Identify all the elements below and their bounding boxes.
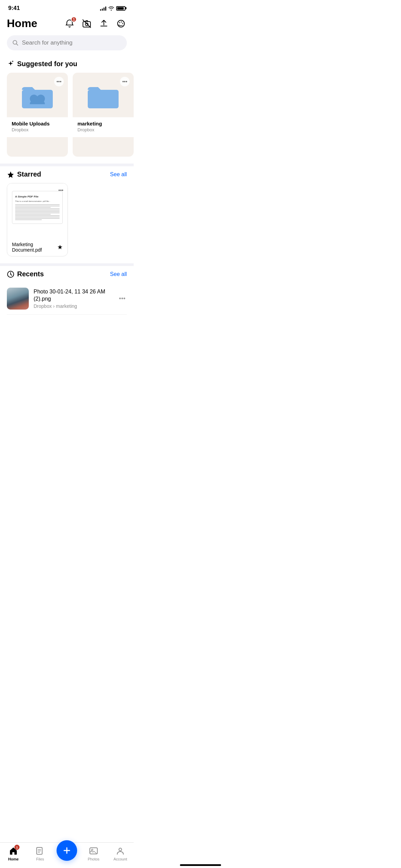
- starred-see-all-button[interactable]: See all: [110, 171, 127, 178]
- signal-bars-icon: [100, 6, 106, 11]
- folder-card-mobile-uploads[interactable]: ••• Mobile Uploads Dropbox: [7, 73, 68, 157]
- file-preview: ••• A Simple PDF File This is a small de…: [7, 183, 68, 238]
- folder-name-2: marketing: [77, 121, 129, 126]
- notification-button[interactable]: 1: [64, 18, 75, 29]
- clock-icon: [7, 270, 14, 278]
- svg-point-4: [119, 22, 120, 23]
- svg-point-6: [122, 23, 123, 24]
- svg-point-5: [121, 21, 122, 22]
- sparkle-icon: [7, 60, 14, 68]
- search-container: [0, 34, 134, 56]
- star-button[interactable]: ★: [57, 243, 63, 251]
- svg-point-3: [118, 20, 124, 27]
- recent-info: Photo 30-01-24, 11 34 26 AM (2).png Drop…: [34, 288, 113, 309]
- search-input[interactable]: [22, 39, 121, 46]
- folder-icon: [88, 84, 119, 110]
- svg-rect-11: [88, 90, 119, 108]
- recent-menu-button[interactable]: •••: [118, 295, 127, 302]
- pdf-title: A Simple PDF File: [15, 195, 60, 198]
- section-divider-1: [0, 164, 134, 166]
- upload-icon: [99, 19, 108, 28]
- status-bar: 9:41: [0, 0, 134, 14]
- notification-badge: 1: [71, 16, 77, 22]
- battery-icon: [116, 6, 125, 11]
- page-title: Home: [7, 17, 37, 30]
- shared-folder-icon: [22, 84, 53, 110]
- camera-off-button[interactable]: [81, 18, 93, 29]
- folder-card-marketing[interactable]: ••• marketing Dropbox: [73, 73, 134, 157]
- suggested-scroll[interactable]: ••• Mobile Uploads Dropbox •••: [0, 73, 134, 164]
- folder-source-2: Dropbox: [77, 127, 129, 132]
- recents-title: Recents: [7, 270, 44, 278]
- palette-icon: [117, 19, 125, 28]
- folder-card-menu-2[interactable]: •••: [120, 77, 130, 86]
- status-time: 9:41: [8, 5, 20, 12]
- file-name: MarketingDocument.pdf: [12, 242, 57, 253]
- recent-path: Dropbox › marketing: [34, 303, 113, 309]
- recents-section-header: Recents See all: [0, 266, 134, 283]
- recent-item[interactable]: Photo 30-01-24, 11 34 26 AM (2).png Drop…: [7, 283, 127, 315]
- pdf-preview: A Simple PDF File This is a small demons…: [12, 191, 63, 224]
- palette-button[interactable]: [115, 18, 127, 29]
- folder-source: Dropbox: [12, 127, 63, 132]
- folder-card-menu[interactable]: •••: [54, 77, 64, 86]
- starred-section-header: Starred See all: [0, 166, 134, 183]
- header-actions: 1: [64, 18, 127, 29]
- section-divider-2: [0, 263, 134, 266]
- recent-name: Photo 30-01-24, 11 34 26 AM (2).png: [34, 288, 113, 303]
- status-icons: [100, 6, 125, 11]
- header: Home 1: [0, 14, 134, 34]
- recents-see-all-button[interactable]: See all: [110, 271, 127, 277]
- upload-button[interactable]: [98, 18, 110, 29]
- starred-scroll[interactable]: ••• A Simple PDF File This is a small de…: [0, 183, 134, 263]
- file-menu[interactable]: •••: [58, 188, 63, 193]
- file-card-marketing-doc[interactable]: ••• A Simple PDF File This is a small de…: [7, 183, 68, 256]
- suggested-section-header: Suggested for you: [0, 56, 134, 73]
- folder-name: Mobile Uploads: [12, 121, 63, 126]
- wifi-icon: [108, 6, 114, 11]
- recents-list: Photo 30-01-24, 11 34 26 AM (2).png Drop…: [0, 283, 134, 315]
- search-icon: [12, 40, 19, 46]
- star-fill-icon: [7, 171, 14, 178]
- search-bar[interactable]: [7, 35, 127, 50]
- file-card-info: MarketingDocument.pdf ★: [7, 238, 68, 256]
- starred-title: Starred: [7, 170, 41, 178]
- camera-off-icon: [82, 19, 91, 28]
- recent-thumb: [7, 288, 29, 310]
- suggested-title: Suggested for you: [7, 60, 77, 68]
